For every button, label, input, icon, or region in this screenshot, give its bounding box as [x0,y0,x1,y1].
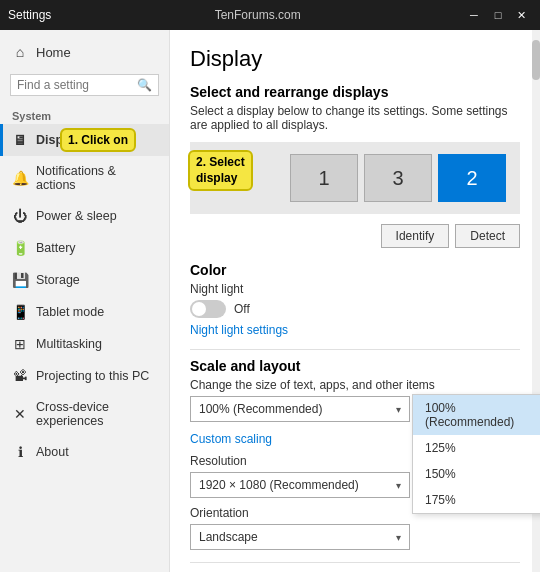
resolution-dropdown-arrow-icon: ▾ [396,480,401,491]
night-light-toggle[interactable] [190,300,226,318]
divider-2 [190,562,520,563]
scale-desc: Change the size of text, apps, and other… [190,378,520,392]
night-light-label: Night light [190,282,520,296]
app-container: ⌂ Home 🔍 System 🖥 Display 1. Click on 🔔 … [0,30,540,572]
orientation-dropdown-container: Landscape ▾ [190,524,520,550]
dpi-option-125[interactable]: 125% [413,435,540,461]
projecting-icon: 📽 [12,368,28,384]
search-box[interactable]: 🔍 [10,74,159,96]
display-box-2[interactable]: 2 [438,154,506,202]
search-input[interactable] [17,78,133,92]
content-area: Display Select and rearrange displays Se… [170,30,540,572]
power-icon: ⏻ [12,208,28,224]
sidebar-item-label: Projecting to this PC [36,369,149,383]
color-section: Color Night light Off Night light settin… [190,262,520,337]
orientation-dropdown-arrow-icon: ▾ [396,532,401,543]
sidebar-item-power[interactable]: ⏻ Power & sleep [0,200,169,232]
sidebar-home[interactable]: ⌂ Home [0,34,169,70]
sidebar: ⌂ Home 🔍 System 🖥 Display 1. Click on 🔔 … [0,30,170,572]
about-icon: ℹ [12,444,28,460]
storage-icon: 💾 [12,272,28,288]
sidebar-item-label: About [36,445,69,459]
notifications-icon: 🔔 [12,170,28,186]
resolution-dropdown[interactable]: 1920 × 1080 (Recommended) ▾ [190,472,410,498]
sidebar-item-label: Multitasking [36,337,102,351]
divider-1 [190,349,520,350]
toggle-knob [192,302,206,316]
home-icon: ⌂ [12,44,28,60]
minimize-button[interactable]: ─ [464,5,484,25]
scale-section: Scale and layout Change the size of text… [190,358,520,550]
sidebar-item-about[interactable]: ℹ About [0,436,169,468]
callout-2: 2. Select display [188,150,253,191]
display-box-3[interactable]: 3 [364,154,432,202]
rearrange-title: Select and rearrange displays [190,84,520,100]
dpi-option-175[interactable]: 175% [413,487,540,513]
dropdown-arrow-icon: ▾ [396,404,401,415]
multitasking-icon: ⊞ [12,336,28,352]
dpi-popup: 100% (Recommended) 125% 150% 175% [412,394,540,514]
sidebar-item-label: Storage [36,273,80,287]
titlebar: Settings TenForums.com ─ □ ✕ [0,0,540,30]
scrollbar-thumb[interactable] [532,40,540,80]
system-section-label: System [0,104,169,124]
sidebar-item-label: Notifications & actions [36,164,157,192]
scale-title: Scale and layout [190,358,520,374]
sidebar-item-label: Power & sleep [36,209,117,223]
sidebar-item-notifications[interactable]: 🔔 Notifications & actions [0,156,169,200]
dpi-option-150[interactable]: 150% [413,461,540,487]
night-light-value: Off [234,302,250,316]
sidebar-item-battery[interactable]: 🔋 Battery [0,232,169,264]
crossdevice-icon: ✕ [12,406,28,422]
search-icon: 🔍 [137,78,152,92]
night-light-settings-link[interactable]: Night light settings [190,323,288,337]
home-label: Home [36,45,71,60]
display-buttons: Identify Detect [190,224,520,248]
sidebar-item-label: Cross-device experiences [36,400,157,428]
night-light-row: Off [190,300,520,318]
battery-icon: 🔋 [12,240,28,256]
sidebar-item-multitasking[interactable]: ⊞ Multitasking [0,328,169,360]
scale-value: 100% (Recommended) [199,402,322,416]
color-title: Color [190,262,520,278]
sidebar-item-label: Tablet mode [36,305,104,319]
display-box-1[interactable]: 1 [290,154,358,202]
close-button[interactable]: ✕ [512,5,532,25]
maximize-button[interactable]: □ [488,5,508,25]
sidebar-item-label: Battery [36,241,76,255]
dpi-option-100[interactable]: 100% (Recommended) [413,395,540,435]
resolution-value: 1920 × 1080 (Recommended) [199,478,359,492]
scale-row: 3. Select DPI 100% (Recommended) ▾ → 100… [190,396,520,428]
display-selector-wrapper: 2. Select display 1 3 2 [190,142,520,214]
window-controls: ─ □ ✕ [464,5,532,25]
app-title: Settings [8,8,51,22]
detect-button[interactable]: Detect [455,224,520,248]
sidebar-item-crossdevice[interactable]: ✕ Cross-device experiences [0,392,169,436]
sidebar-item-storage[interactable]: 💾 Storage [0,264,169,296]
callout-1: 1. Click on [60,128,136,152]
rearrange-desc: Select a display below to change its set… [190,104,520,132]
scale-dropdown[interactable]: 100% (Recommended) ▾ [190,396,410,422]
scale-dropdown-container: 100% (Recommended) ▾ [190,396,410,422]
sidebar-item-projecting[interactable]: 📽 Projecting to this PC [0,360,169,392]
identify-button[interactable]: Identify [381,224,450,248]
orientation-value: Landscape [199,530,258,544]
tablet-icon: 📱 [12,304,28,320]
page-title: Display [190,46,520,72]
watermark: TenForums.com [215,8,301,22]
sidebar-item-display[interactable]: 🖥 Display 1. Click on [0,124,169,156]
display-icon: 🖥 [12,132,28,148]
sidebar-item-tablet[interactable]: 📱 Tablet mode [0,296,169,328]
orientation-dropdown[interactable]: Landscape ▾ [190,524,410,550]
